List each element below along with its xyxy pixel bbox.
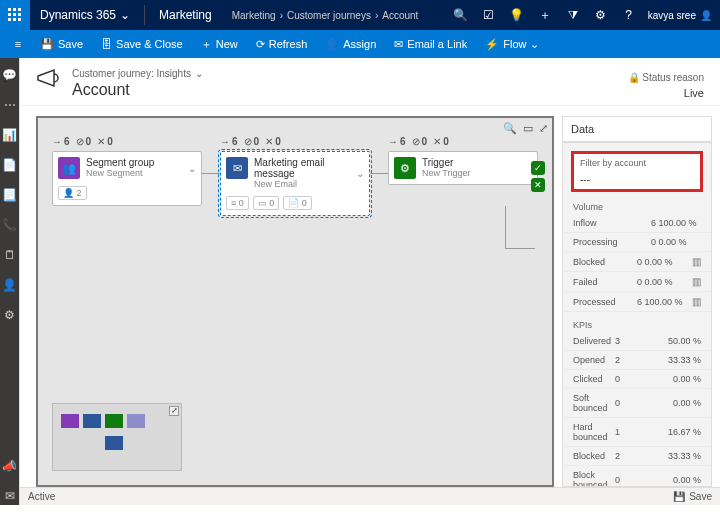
- tile-title: Trigger: [422, 157, 532, 168]
- command-bar: ≡ 💾Save 🗄Save & Close ＋New ⟳Refresh 👤Ass…: [0, 30, 720, 58]
- trigger-icon: ⚙: [394, 157, 416, 179]
- chevron-down-icon[interactable]: ⌄: [188, 163, 196, 174]
- save-close-button[interactable]: 🗄Save & Close: [93, 30, 191, 58]
- email-label: Email a Link: [407, 38, 467, 50]
- left-nav: 💬 ⋯ 📊 📄 📃 📞 🗒 👤 ⚙ 📣 ✉: [0, 58, 19, 505]
- kpi-key: Clicked: [573, 374, 615, 384]
- metric-val: 0 0.00 %: [637, 277, 687, 287]
- nav-mail-icon[interactable]: ✉: [2, 489, 18, 505]
- topbar-actions: 🔍 ☑ 💡 ＋ ⧩ ⚙ ? kavya sree👤: [444, 7, 720, 24]
- svg-rect-3: [8, 13, 11, 16]
- kpi-row: Blocked233.33 %: [563, 447, 711, 466]
- chart-icon[interactable]: ▥: [687, 296, 701, 307]
- foot-item: ▭ 0: [253, 196, 280, 210]
- chart-icon[interactable]: ▥: [687, 276, 701, 287]
- status-label: Status reason: [642, 72, 704, 83]
- nav-user-icon[interactable]: 👤: [2, 278, 18, 294]
- chevron-down-icon[interactable]: ⌄: [356, 168, 364, 179]
- nav-phone-icon[interactable]: 📞: [2, 218, 18, 234]
- nav-page-icon[interactable]: 📃: [2, 188, 18, 204]
- metric-key: Blocked: [573, 257, 637, 267]
- bulb-icon[interactable]: 💡: [508, 8, 526, 22]
- expand-icon[interactable]: ⤢: [539, 122, 548, 135]
- tab-data[interactable]: Data: [563, 117, 711, 142]
- kpi-key: Soft bounced: [573, 393, 615, 413]
- person-icon: 👤: [700, 10, 712, 21]
- email-link-button[interactable]: ✉Email a Link: [386, 30, 475, 58]
- nav-chart-icon[interactable]: 📊: [2, 128, 18, 144]
- app-name[interactable]: Marketing: [149, 8, 222, 22]
- task-icon[interactable]: ☑: [480, 8, 498, 22]
- kpi-key: Block bounced: [573, 470, 615, 487]
- user-menu[interactable]: kavya sree👤: [648, 10, 712, 21]
- mail-icon: ✉: [226, 157, 248, 179]
- nav-chat-icon[interactable]: 💬: [2, 68, 18, 84]
- filter-icon[interactable]: ⧩: [564, 8, 582, 22]
- tile-segment-group[interactable]: → 6⊘ 0✕ 0 👥 Segment groupNew Segment ⌄ 👤…: [52, 136, 202, 216]
- kpi-val: 0: [615, 398, 665, 408]
- kpi-key: Blocked: [573, 451, 615, 461]
- kpi-pct: 0.00 %: [665, 398, 701, 408]
- svg-rect-6: [8, 18, 11, 21]
- metric-row: Failed0 0.00 %▥: [563, 272, 711, 292]
- nav-more-icon[interactable]: ⋯: [2, 98, 18, 114]
- tile-trigger[interactable]: → 6⊘ 0✕ 0 ⚙ TriggerNew Trigger ✓ ✕: [388, 136, 538, 216]
- metric-key: Inflow: [573, 218, 651, 228]
- fit-icon[interactable]: ▭: [523, 122, 533, 135]
- new-button[interactable]: ＋New: [193, 30, 246, 58]
- brand-menu[interactable]: Dynamics 365⌄: [30, 8, 140, 22]
- side-panel: Data Filter by account --- Volume Inflow…: [562, 116, 712, 487]
- assign-label: Assign: [343, 38, 376, 50]
- refresh-label: Refresh: [269, 38, 308, 50]
- lock-icon: 🔒: [628, 72, 640, 83]
- nav-note-icon[interactable]: 🗒: [2, 248, 18, 264]
- hamburger-icon[interactable]: ≡: [6, 38, 30, 50]
- status-value: Live: [628, 87, 705, 99]
- crumb-1[interactable]: Customer journeys: [287, 10, 371, 21]
- add-icon[interactable]: ＋: [536, 7, 554, 24]
- zoom-out-icon[interactable]: 🔍: [503, 122, 517, 135]
- filter-by-account[interactable]: Filter by account ---: [571, 151, 703, 192]
- chart-icon[interactable]: ▥: [687, 256, 701, 267]
- save-button[interactable]: 💾Save: [32, 30, 91, 58]
- metric-row: Blocked0 0.00 %▥: [563, 252, 711, 272]
- metric-row: Processing0 0.00 %: [563, 233, 711, 252]
- header-pre[interactable]: Customer journey: Insights: [72, 68, 191, 79]
- filter-label: Filter by account: [580, 158, 694, 168]
- status-save-label[interactable]: Save: [689, 491, 712, 502]
- minimap[interactable]: ⤢: [52, 403, 182, 471]
- search-icon[interactable]: 🔍: [452, 8, 470, 22]
- metric-val: 6 100.00 %: [637, 297, 687, 307]
- kpi-key: Hard bounced: [573, 422, 615, 442]
- kpi-val: 3: [615, 336, 665, 346]
- connector: [370, 173, 388, 174]
- app-launcher-icon[interactable]: [0, 0, 30, 30]
- gear-icon[interactable]: ⚙: [592, 8, 610, 22]
- x-icon: ✕: [531, 178, 545, 192]
- minimap-expand-icon[interactable]: ⤢: [169, 406, 179, 416]
- svg-rect-2: [18, 8, 21, 11]
- nav-doc-icon[interactable]: 📄: [2, 158, 18, 174]
- save-icon[interactable]: 💾: [673, 491, 685, 502]
- help-icon[interactable]: ?: [620, 8, 638, 22]
- journey-canvas[interactable]: 🔍 ▭ ⤢ → 6⊘ 0✕ 0 👥 Segment groupNew Segme…: [36, 116, 554, 487]
- kpi-key: Opened: [573, 355, 615, 365]
- kpi-title: KPIs: [563, 318, 711, 332]
- global-topbar: Dynamics 365⌄ Marketing Marketing› Custo…: [0, 0, 720, 30]
- crumb-0[interactable]: Marketing: [232, 10, 276, 21]
- nav-announce-icon[interactable]: 📣: [2, 459, 18, 475]
- kpi-row: Block bounced00.00 %: [563, 466, 711, 487]
- tile-email[interactable]: → 6⊘ 0✕ 0 ✉ Marketing email messageNew E…: [220, 136, 370, 216]
- nav-gear-icon[interactable]: ⚙: [2, 308, 18, 324]
- check-icon: ✓: [531, 161, 545, 175]
- plus-icon: ＋: [201, 37, 212, 52]
- status-block: 🔒 Status reason Live: [628, 68, 705, 99]
- refresh-button[interactable]: ⟳Refresh: [248, 30, 316, 58]
- foot-item: ≡ 0: [226, 196, 249, 210]
- brand-label: Dynamics 365: [40, 8, 116, 22]
- stat-wait: ⊘ 0: [76, 136, 92, 147]
- assign-button[interactable]: 👤Assign: [317, 30, 384, 58]
- flow-button[interactable]: ⚡Flow ⌄: [477, 30, 547, 58]
- kpi-val: 1: [615, 427, 665, 437]
- crumb-2[interactable]: Account: [382, 10, 418, 21]
